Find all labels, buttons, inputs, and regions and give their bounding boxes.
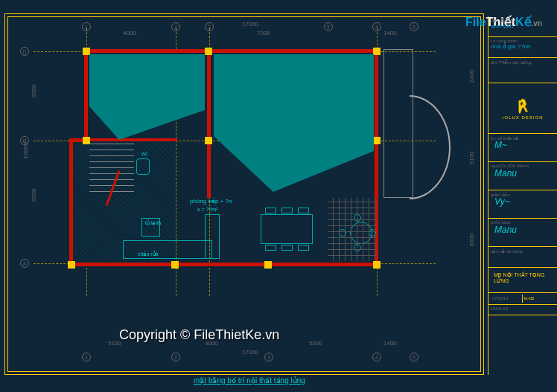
scale-value: 1/100-A3 [488,305,557,315]
signature-2: Manu [494,168,517,179]
drawing-label: bản vẽ thi công: [491,248,555,254]
signature-1: M~ [494,140,507,150]
kitchen-label: phòng bếp + ?n [190,198,232,205]
location-label: địa ??iểm xây dựng: [491,60,555,65]
copyright-watermark: Copyright © FileThietKe.vn [119,327,279,343]
sheet-value: kt-02 [523,295,555,303]
col-2 [205,48,212,55]
grid-bubble-2b: 2 [171,353,180,362]
wc-label: wc [141,151,148,156]
col-8 [171,261,179,269]
drawing-name: MB NỘI THẤT TỌNG LỬNG [491,269,555,287]
owner-label: chủ đầu tư: [491,18,555,23]
signature-4: Manu [494,225,517,235]
dim-top-2: 7000 [257,30,270,36]
col-7 [68,261,75,269]
svg-marker-1 [214,54,374,192]
dim-right-2: 5100 [469,152,476,165]
dim-top-1: 4000 [123,30,136,36]
dim-top-total: 17000 [242,21,258,28]
wall-bottom [69,263,378,266]
col-5 [205,137,212,144]
col-6 [373,137,381,144]
dim-right-3: 3500 [469,234,476,247]
terrace-tile [328,198,376,261]
void-2 [214,54,374,192]
svg-marker-0 [89,54,205,140]
dim-left-total: 10000 [22,142,29,158]
date-value: 07/2019 [491,295,523,303]
wall-mid [207,49,211,198]
col-9 [264,261,272,269]
col-10 [373,261,381,269]
grid-bubble-5: 5 [410,22,418,31]
owner-value: anh sinh [491,23,555,30]
dim-bot-3: 5000 [309,340,322,347]
dining-table [261,214,313,244]
grid-bubble-a: A [20,259,29,268]
title-block: chủ đầu tư: anh sinh t.c công trình: nhà… [488,16,557,375]
logo-text: rOLUX DESIGN [502,115,543,120]
grid-bubble-1b: 1 [82,353,91,362]
wall-left-upper [84,49,88,142]
grid-bubble-c: C [20,47,29,56]
kitchen-island [205,214,220,259]
dim-top-4: 1400 [383,30,397,36]
drawing-title: mặt bằng bố trí nội thất tầng lửng [194,376,305,385]
dim-left-2: 5500 [31,189,37,202]
logo-icon: ℟ [518,97,528,115]
dim-bot-total: 17000 [242,349,258,356]
grid-bubble-3p: 3' [324,22,333,31]
grid-bubble-5b: 5 [410,353,418,362]
fridge-icon [141,218,160,237]
wall-top [84,49,378,53]
kitchen-counter [123,240,212,259]
wm-file: File [465,16,486,28]
grid-bubble-3b: 3 [264,353,273,362]
dim-bot-4: 1400 [383,340,397,347]
dim-left-1: 3500 [31,85,37,98]
floor-plan: 1 2 3 3' 4 5 1 2 3 4 5 C B A 4000 7000 1… [56,36,458,318]
col-3 [373,48,381,55]
kitchen-area: s = ??m² [197,207,217,212]
toilet-icon [136,158,150,175]
void-1 [89,54,205,140]
signature-3: Vy~ [494,196,510,207]
company-logo: ℟ rOLUX DESIGN [488,83,557,134]
wall-left-lower [69,138,73,266]
project-value: nhà ở gia ??nh [491,43,555,50]
dim-right-1: 2400 [469,70,476,83]
balcony-right [383,49,413,198]
grid-bubble-4b: 4 [372,353,381,362]
